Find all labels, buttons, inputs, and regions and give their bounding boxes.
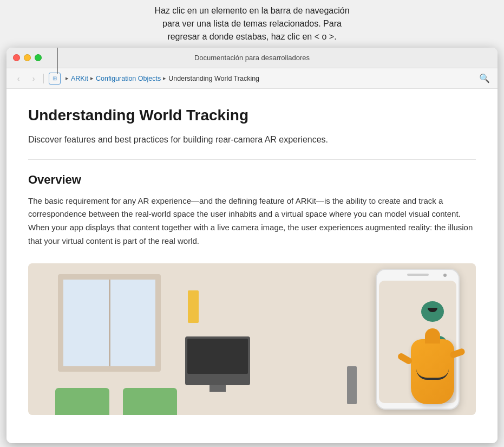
breadcrumb-config-objects[interactable]: Configuration Objects: [96, 75, 161, 82]
window-pane-left: [63, 280, 110, 366]
page-subtitle: Discover features and best practices for…: [28, 133, 476, 146]
room-yellow-object: [188, 290, 199, 323]
tv-screen: [187, 339, 248, 374]
sofa-left: [55, 388, 109, 415]
room-speaker: [347, 366, 357, 404]
breadcrumb-current-page: Understanding World Tracking: [168, 75, 259, 82]
forward-button[interactable]: ›: [27, 72, 40, 85]
close-button[interactable]: [13, 54, 20, 61]
window-pane-right: [110, 280, 156, 366]
breadcrumb-arkit[interactable]: ARKit: [71, 75, 88, 82]
navigation-bar: ‹ › ⊞ ▸ ARKit ▸ Configuration Objects ▸ …: [6, 68, 498, 89]
traffic-lights: [13, 54, 42, 61]
nav-divider: [43, 74, 44, 83]
tooltip-indicator-line: [57, 48, 58, 74]
sofa-right: [123, 388, 177, 415]
ar-character: [411, 339, 454, 404]
breadcrumb-arrow-2: ▸: [163, 75, 166, 82]
minimize-button[interactable]: [24, 54, 31, 61]
breadcrumb-arrow-0: ▸: [66, 75, 69, 82]
overview-body: The basic requirement for any AR experie…: [28, 195, 476, 248]
forward-icon: ›: [32, 74, 35, 83]
doc-icon: ⊞: [49, 73, 61, 85]
content-area[interactable]: Understanding World Tracking Discover fe…: [6, 89, 498, 443]
search-icon: 🔍: [479, 73, 490, 83]
room-tv: [185, 336, 250, 385]
tv-stand: [210, 385, 226, 392]
character-neck: [425, 328, 440, 344]
character-eye: [428, 308, 437, 312]
page-title: Understanding World Tracking: [28, 106, 476, 125]
character-head: [421, 301, 444, 322]
browser-window: Documentación para desarrolladores ‹ › ⊞…: [6, 48, 498, 443]
doc-icon-symbol: ⊞: [53, 75, 57, 81]
breadcrumb-arrow-1: ▸: [90, 75, 94, 82]
character-smile: [416, 369, 449, 380]
title-bar: Documentación para desarrolladores: [6, 48, 498, 68]
tooltip-text: Haz clic en un elemento en la barra de n…: [54, 4, 450, 43]
back-icon: ‹: [17, 74, 20, 83]
overview-title: Overview: [28, 173, 476, 187]
window-title: Documentación para desarrolladores: [194, 54, 310, 62]
ar-illustration: [28, 263, 476, 415]
tooltip-overlay: Haz clic en un elemento en la barra de n…: [0, 0, 504, 48]
maximize-button[interactable]: [35, 54, 42, 61]
phone-camera: [443, 274, 447, 277]
phone-speaker: [407, 274, 429, 276]
character-body: [411, 339, 454, 404]
room-window-inner: [63, 280, 155, 366]
breadcrumb: ▸ ARKit ▸ Configuration Objects ▸ Unders…: [64, 75, 475, 82]
back-button[interactable]: ‹: [12, 72, 25, 85]
section-divider: [28, 159, 476, 160]
search-button[interactable]: 🔍: [477, 71, 492, 86]
room-window: [58, 274, 161, 372]
